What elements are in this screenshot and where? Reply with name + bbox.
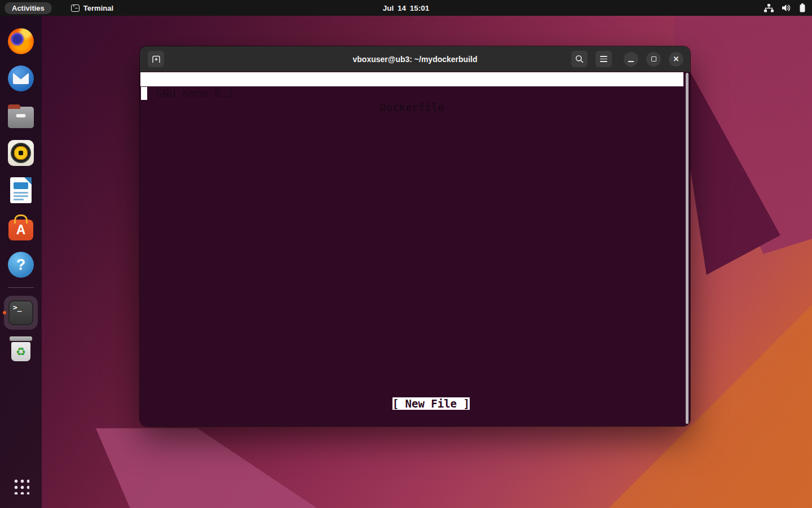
nano-shortcut-bar: ^GHelp ^XExit ^OWrite Out ^RRead File ^W… [140, 396, 690, 426]
ubuntu-software-icon [8, 220, 33, 240]
nano-editor-screen[interactable]: GNU nano 6.2 Dockerfile [ New File ] ^GH… [140, 72, 690, 426]
close-button[interactable]: ✕ [669, 52, 683, 67]
dock-item-terminal[interactable] [0, 296, 42, 330]
scrollbar-thumb[interactable] [686, 73, 689, 424]
hamburger-icon [600, 56, 607, 62]
volume-icon [782, 4, 791, 12]
running-indicator-dot [3, 311, 6, 314]
terminal-icon [8, 300, 33, 325]
system-status-area[interactable] [764, 0, 805, 16]
search-icon [575, 55, 584, 63]
nano-filename-label: Dockerfile [140, 100, 683, 115]
thunderbird-icon [8, 65, 34, 91]
trash-icon [10, 336, 32, 361]
text-line [14, 192, 28, 194]
text-cursor [141, 87, 147, 100]
clock-button[interactable]: Jul 14 15:01 [383, 4, 430, 12]
speaker-glyph [11, 143, 31, 163]
terminal-window: vboxuser@ub3: ~/mydockerbuild ✕ [140, 46, 690, 426]
minimize-button[interactable] [624, 52, 638, 67]
focused-app-menu[interactable]: Terminal [71, 4, 113, 12]
top-bar: Activities Terminal Jul 14 15:01 [0, 0, 812, 16]
nano-version-label: GNU nano 6.2 [156, 86, 233, 100]
dock-separator [8, 287, 34, 288]
new-tab-button[interactable] [148, 51, 164, 67]
dock-item-rhythmbox[interactable] [0, 139, 42, 167]
network-icon [764, 4, 774, 12]
firefox-icon [8, 28, 34, 54]
menu-button[interactable] [595, 51, 612, 67]
libreoffice-writer-icon [10, 177, 32, 203]
dock-item-help[interactable] [0, 251, 42, 278]
dock-item-trash[interactable] [0, 335, 42, 362]
terminal-app-icon [71, 5, 80, 12]
shortcut-location: ^CLocation [584, 426, 690, 426]
shortcut-column: ^CLocation ^/Go To Line [584, 396, 690, 426]
trash-can [11, 342, 30, 361]
search-button[interactable] [571, 51, 588, 67]
maximize-icon [651, 56, 656, 62]
text-line [14, 195, 28, 197]
dock-item-ubuntu-software[interactable] [0, 214, 42, 241]
minimize-icon [628, 61, 634, 62]
rhythmbox-icon [8, 140, 34, 166]
active-app-highlight [4, 296, 38, 330]
show-applications-button[interactable] [12, 478, 29, 494]
dock-item-files[interactable] [0, 102, 42, 129]
image-placeholder [14, 182, 28, 189]
dock-item-firefox[interactable] [0, 28, 42, 55]
files-icon [8, 107, 34, 128]
focused-app-label: Terminal [83, 4, 113, 12]
window-header[interactable]: vboxuser@ub3: ~/mydockerbuild ✕ [140, 46, 690, 72]
text-line [14, 199, 24, 200]
maximize-button[interactable] [646, 52, 661, 67]
close-icon: ✕ [673, 55, 679, 63]
activities-button[interactable]: Activities [5, 2, 52, 14]
dock [0, 16, 42, 508]
nano-title-bar: GNU nano 6.2 Dockerfile [140, 72, 683, 86]
trash-lid [10, 336, 32, 341]
dock-item-thunderbird[interactable] [0, 65, 42, 92]
dock-item-libreoffice-writer[interactable] [0, 177, 42, 204]
battery-icon [800, 3, 805, 12]
help-icon [8, 252, 34, 278]
